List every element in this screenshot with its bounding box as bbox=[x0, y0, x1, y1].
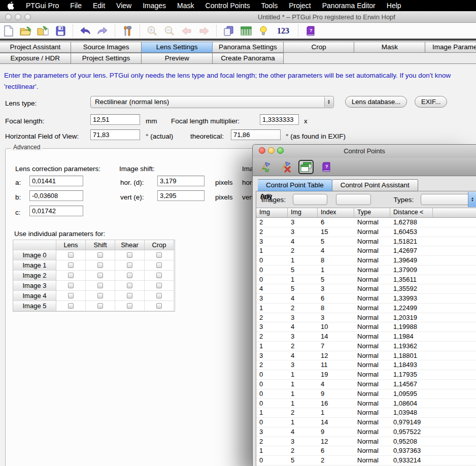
lens-checkbox[interactable] bbox=[68, 283, 74, 288]
shift-checkbox[interactable] bbox=[97, 273, 103, 278]
zoom-out-icon[interactable] bbox=[163, 25, 176, 37]
lens-checkbox[interactable] bbox=[68, 262, 74, 268]
cp-table-row[interactable]: 1 2 1 Normal 1,03948 bbox=[256, 408, 476, 418]
menu-item[interactable]: Panorama Editor bbox=[317, 0, 381, 11]
cp-table-row[interactable]: 3 4 6 Normal 1,33993 bbox=[256, 294, 476, 304]
lens-checkbox[interactable] bbox=[68, 303, 74, 309]
menu-item[interactable]: Edit bbox=[87, 0, 111, 11]
b-input[interactable] bbox=[29, 190, 83, 201]
apple-icon[interactable] bbox=[7, 2, 14, 10]
new-project-icon[interactable] bbox=[3, 25, 15, 37]
hfov-input[interactable] bbox=[90, 129, 140, 140]
crop-checkbox[interactable] bbox=[156, 252, 162, 258]
shear-checkbox[interactable] bbox=[127, 252, 132, 258]
shift-checkbox[interactable] bbox=[97, 293, 103, 298]
menu-item[interactable]: PTGui Pro bbox=[20, 0, 64, 11]
crop-checkbox[interactable] bbox=[156, 262, 162, 268]
lens-type-select[interactable]: Rectilinear (normal lens) ▲▼ bbox=[90, 96, 334, 108]
menu-item[interactable]: Images bbox=[137, 0, 172, 11]
menu-item[interactable]: File bbox=[64, 0, 87, 11]
exif-button[interactable]: EXIF... bbox=[415, 96, 447, 108]
main-tab[interactable]: Mask bbox=[354, 42, 425, 53]
main-tab[interactable]: Source Images bbox=[71, 42, 142, 53]
cp-table-row[interactable]: 0 5 2 Normal 0,933214 bbox=[256, 456, 476, 465]
redo-icon[interactable] bbox=[96, 25, 109, 37]
crop-checkbox[interactable] bbox=[156, 303, 162, 309]
cp-table-row[interactable]: 0 1 14 Normal 0,979149 bbox=[256, 418, 476, 427]
menu-item[interactable]: View bbox=[111, 0, 137, 11]
theoretical-input[interactable] bbox=[231, 129, 281, 140]
c-input[interactable] bbox=[29, 206, 83, 216]
shear-checkbox[interactable] bbox=[127, 283, 132, 288]
cp-table-row[interactable]: 2 3 3 Normal 1,20319 bbox=[256, 313, 476, 323]
cp-tab[interactable]: Control Point Table bbox=[258, 179, 332, 191]
cp-table-row[interactable]: 4 5 3 Normal 1,35592 bbox=[256, 284, 476, 294]
lens-checkbox[interactable] bbox=[68, 273, 74, 278]
cp-table-row[interactable]: 0 1 4 Normal 1,14567 bbox=[256, 380, 476, 389]
cp-column-header[interactable]: Img bbox=[256, 208, 288, 218]
shift-checkbox[interactable] bbox=[97, 283, 103, 288]
shift-hor-input[interactable] bbox=[157, 176, 205, 186]
cp-table-row[interactable]: 0 1 19 Normal 1,17935 bbox=[256, 370, 476, 380]
menu-item[interactable]: Mask bbox=[172, 0, 199, 11]
close-window-button[interactable] bbox=[5, 14, 12, 20]
cp-table-row[interactable]: 0 1 16 Normal 1,08604 bbox=[256, 399, 476, 409]
shear-checkbox[interactable] bbox=[127, 293, 132, 298]
menu-item[interactable]: Project bbox=[283, 0, 317, 11]
cp-column-header[interactable]: Index bbox=[318, 208, 354, 218]
cp-table-row[interactable]: 3 4 9 Normal 0,957522 bbox=[256, 427, 476, 437]
cp-table-row[interactable]: 2 3 15 Normal 1,60453 bbox=[256, 227, 476, 237]
cp-table-row[interactable]: 2 3 6 Normal 1,62788 bbox=[256, 218, 476, 227]
cp-tab[interactable]: Control Point Assistant bbox=[332, 179, 418, 191]
shear-checkbox[interactable] bbox=[127, 273, 132, 278]
images-filter-select-2[interactable]: Any ▲▼ bbox=[336, 194, 370, 205]
cp-column-header[interactable]: Distance < bbox=[390, 208, 433, 218]
zoom-in-icon[interactable] bbox=[146, 25, 158, 37]
lens-checkbox[interactable] bbox=[68, 293, 74, 298]
focal-length-input[interactable] bbox=[90, 114, 140, 125]
main-window-titlebar[interactable]: Untitled * – PTGui Pro registered to Erw… bbox=[0, 11, 476, 23]
cp-table-row[interactable]: 3 4 12 Normal 1,18801 bbox=[256, 351, 476, 361]
main-tab[interactable]: Image Parameters bbox=[425, 42, 476, 53]
main-tab[interactable]: Panorama Settings bbox=[213, 42, 284, 53]
cp-table-row[interactable]: 2 3 11 Normal 1,18493 bbox=[256, 360, 476, 370]
undo-icon[interactable] bbox=[79, 25, 91, 37]
cp-table-row[interactable]: 3 4 10 Normal 1,19988 bbox=[256, 322, 476, 332]
cp-table-row[interactable]: 3 4 5 Normal 1,51821 bbox=[256, 237, 476, 247]
cp-window-titlebar[interactable]: Control Points bbox=[253, 145, 476, 158]
show-control-point-windows-icon[interactable] bbox=[298, 160, 314, 174]
next-icon[interactable] bbox=[198, 25, 210, 37]
menu-item[interactable]: Help bbox=[381, 0, 407, 11]
tools-icon[interactable] bbox=[121, 25, 133, 37]
insert-images-icon[interactable] bbox=[37, 25, 49, 37]
cp-table-row[interactable]: 1 2 6 Normal 0,937363 bbox=[256, 446, 476, 456]
cp-table-row[interactable]: 2 3 12 Normal 0,95208 bbox=[256, 437, 476, 447]
images-filter-select-1[interactable]: Any ▲▼ bbox=[293, 194, 327, 205]
cp-table-row[interactable]: 0 1 9 Normal 1,09595 bbox=[256, 389, 476, 399]
zoom-window-button[interactable] bbox=[24, 14, 31, 20]
cp-table-row[interactable]: 1 2 4 Normal 1,42697 bbox=[256, 246, 476, 256]
crop-checkbox[interactable] bbox=[156, 273, 162, 278]
main-tab[interactable]: Project Assistant bbox=[0, 42, 71, 53]
shift-vert-input[interactable] bbox=[157, 190, 205, 201]
shift-checkbox[interactable] bbox=[97, 262, 103, 268]
cp-table-row[interactable]: 0 1 8 Normal 1,39649 bbox=[256, 256, 476, 265]
main-tab[interactable]: Exposure / HDR bbox=[0, 53, 71, 64]
delete-control-point-icon[interactable] bbox=[278, 160, 293, 174]
control-point-table-icon[interactable] bbox=[240, 25, 252, 37]
main-tab[interactable]: Crop bbox=[284, 42, 355, 53]
cp-table-row[interactable]: 0 5 1 Normal 1,37909 bbox=[256, 265, 476, 275]
main-tab[interactable]: Preview bbox=[142, 53, 213, 64]
previous-icon[interactable] bbox=[181, 25, 193, 37]
multiplier-input[interactable] bbox=[260, 114, 299, 125]
lens-checkbox[interactable] bbox=[68, 252, 74, 258]
main-tab[interactable]: Project Settings bbox=[71, 53, 142, 64]
panorama-editor-icon[interactable] bbox=[223, 25, 235, 37]
main-tab[interactable]: Create Panorama bbox=[213, 53, 284, 64]
shear-checkbox[interactable] bbox=[127, 262, 132, 268]
add-control-point-icon[interactable] bbox=[258, 160, 273, 174]
main-tab[interactable]: Lens Settings bbox=[142, 42, 213, 53]
cp-column-header[interactable]: Img bbox=[288, 208, 318, 218]
help-icon[interactable]: ? bbox=[319, 160, 334, 174]
crop-checkbox[interactable] bbox=[156, 283, 162, 288]
